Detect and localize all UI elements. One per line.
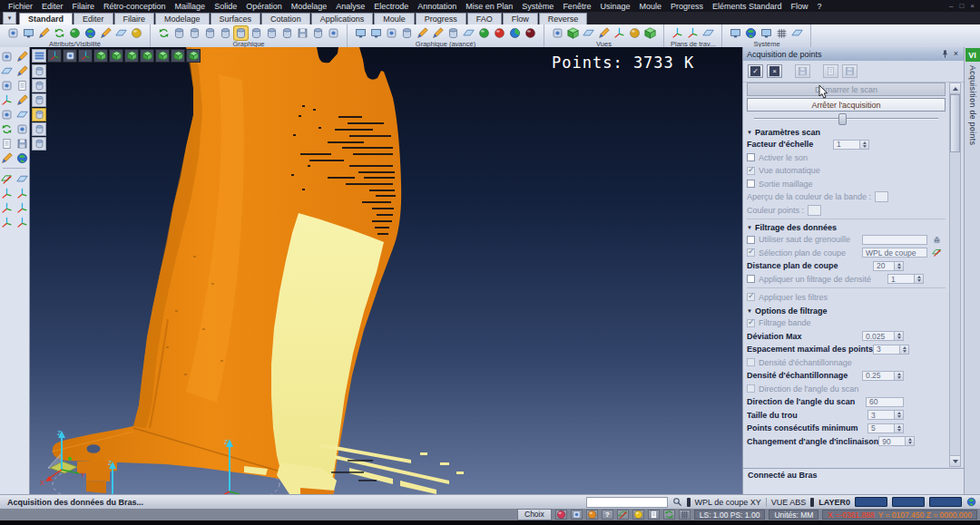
tab-surfaces[interactable]: Surfaces	[211, 13, 261, 24]
sidebar-tool-icon[interactable]	[16, 50, 29, 63]
spinner[interactable]	[906, 436, 915, 446]
scrollbar-thumb[interactable]	[950, 94, 960, 152]
menu-item[interactable]: Mise en Plan	[461, 2, 517, 11]
start-scan-button[interactable]: Démarrer le scan	[747, 83, 946, 96]
toolbar-icon[interactable]	[729, 26, 742, 40]
menu-item[interactable]: Opération	[241, 2, 287, 11]
toolbar-icon[interactable]	[524, 26, 537, 40]
toolbar-icon[interactable]	[551, 26, 564, 40]
sidebar-tool-icon[interactable]	[16, 201, 29, 214]
status-tool-icon[interactable]	[632, 510, 644, 520]
toolbar-icon[interactable]	[671, 26, 684, 40]
view-cube-icon[interactable]	[140, 49, 154, 63]
status-tool-icon[interactable]	[586, 510, 598, 520]
toolbar-icon[interactable]	[416, 26, 429, 40]
menu-item[interactable]: Eléments Standard	[708, 2, 787, 11]
toolbar-icon[interactable]	[701, 26, 715, 40]
max-point-spacing-field[interactable]: 3	[873, 345, 900, 355]
menu-item[interactable]: Progress	[666, 2, 708, 11]
toolbar-icon[interactable]	[114, 26, 128, 40]
grid-icon[interactable]	[679, 510, 691, 520]
toolbar-icon[interactable]	[280, 26, 294, 40]
toolbar-icon[interactable]	[203, 26, 217, 40]
scroll-up-icon[interactable]	[950, 83, 960, 94]
active-wpl[interactable]: WPL de coupe XY	[695, 498, 761, 507]
spinner[interactable]	[860, 140, 869, 150]
sidebar-tool-icon[interactable]	[16, 93, 29, 106]
tab-fao[interactable]: FAO	[467, 13, 502, 24]
section-options-filtrage[interactable]: ▼Options de filtrage	[747, 306, 946, 316]
toolbar-icon[interactable]	[790, 26, 804, 40]
cut-plane-distance-field[interactable]: 20	[873, 261, 895, 271]
spinner[interactable]	[895, 423, 904, 433]
sidebar-tool-icon[interactable]	[1, 122, 14, 135]
tab-moule[interactable]: Moule	[374, 13, 415, 24]
toolbar-icon[interactable]	[296, 26, 309, 40]
spinner[interactable]	[895, 371, 904, 381]
menu-item[interactable]: Analyse	[331, 2, 369, 11]
view-cube-icon[interactable]	[124, 49, 139, 63]
sidebar-tool-icon[interactable]	[16, 172, 29, 185]
sidebar-tool-icon[interactable]	[16, 122, 29, 135]
refresh-icon[interactable]	[663, 510, 675, 520]
sidebar-tool-icon[interactable]	[1, 64, 14, 77]
viewport-menu-button[interactable]	[32, 49, 46, 63]
maximize-button[interactable]: □	[959, 2, 964, 10]
checkbox-sortie-maillage[interactable]	[747, 180, 755, 188]
toolbar-icon[interactable]	[477, 26, 491, 40]
layer-cylinder-icon[interactable]	[32, 79, 46, 92]
panel-scrollbar[interactable]	[949, 83, 961, 467]
view-cube-icon[interactable]	[93, 49, 108, 63]
tab-progress[interactable]: Progress	[416, 13, 466, 24]
view-cube-icon[interactable]	[109, 49, 123, 63]
menu-item[interactable]: Modelage	[287, 2, 332, 11]
toolbar-icon[interactable]	[327, 26, 340, 40]
checkbox-filtrage-densite[interactable]	[747, 275, 755, 283]
layer-cylinder-icon[interactable]	[32, 122, 46, 136]
menu-item[interactable]: Filaire	[68, 2, 100, 11]
scroll-down-icon[interactable]	[950, 455, 960, 466]
toolbar-icon[interactable]	[686, 26, 700, 40]
tab-editer[interactable]: Editer	[74, 13, 113, 24]
section-filtrage-donnees[interactable]: ▼Filtrage des données	[747, 223, 946, 232]
sidebar-tool-icon[interactable]	[1, 187, 14, 199]
vi-badge[interactable]: VI	[965, 48, 980, 62]
view-cube-icon[interactable]	[186, 49, 201, 63]
toolbar-icon[interactable]	[385, 26, 398, 40]
slider-thumb[interactable]	[838, 113, 847, 125]
menu-item-help[interactable]: ?	[813, 2, 827, 11]
sidebar-tool-icon[interactable]	[1, 50, 14, 63]
toolbar-icon-active[interactable]	[234, 26, 248, 40]
scene-3d[interactable]: Z X Y Z Z Y	[30, 47, 742, 494]
status-tool-icon[interactable]	[555, 510, 567, 520]
toolbar-icon[interactable]	[188, 26, 201, 40]
toolbar-icon[interactable]	[354, 26, 368, 40]
hole-size-field[interactable]: 3	[867, 410, 895, 420]
sidebar-tool-icon[interactable]	[16, 79, 29, 92]
spinner[interactable]	[895, 410, 904, 420]
min-consecutive-points-field[interactable]: 5	[867, 423, 895, 433]
sidebar-tool-icon[interactable]	[16, 108, 29, 121]
checkbox-activer-son[interactable]	[747, 153, 755, 161]
toolbar-icon[interactable]	[250, 26, 263, 40]
3d-viewport[interactable]: Z X Y Z Z Y	[30, 47, 742, 494]
tab-modelage[interactable]: Modelage	[155, 13, 210, 24]
toolbar-icon[interactable]	[760, 26, 773, 40]
sidebar-tool-icon[interactable]	[16, 151, 29, 164]
spinner[interactable]	[900, 345, 909, 355]
toolbar-icon[interactable]	[22, 26, 35, 40]
toolbar-icon[interactable]	[157, 26, 171, 40]
menu-item[interactable]: Rétro-conception	[99, 2, 171, 11]
sidebar-tool-icon[interactable]	[1, 108, 14, 121]
toolbar-icon[interactable]	[493, 26, 506, 40]
toolbar-icon[interactable]	[643, 26, 657, 40]
toolbar-icon[interactable]	[597, 26, 611, 40]
tab-standard[interactable]: Standard	[19, 13, 73, 24]
menu-item[interactable]: Maillage	[171, 2, 211, 11]
menu-item[interactable]: Electrode	[369, 2, 413, 11]
close-button[interactable]: ×	[970, 2, 975, 10]
view-tool-icon[interactable]	[47, 49, 62, 63]
menu-item[interactable]: Flow	[787, 2, 813, 11]
cancel-button[interactable]: ×	[767, 64, 782, 78]
toolbar-icon[interactable]	[612, 26, 626, 40]
